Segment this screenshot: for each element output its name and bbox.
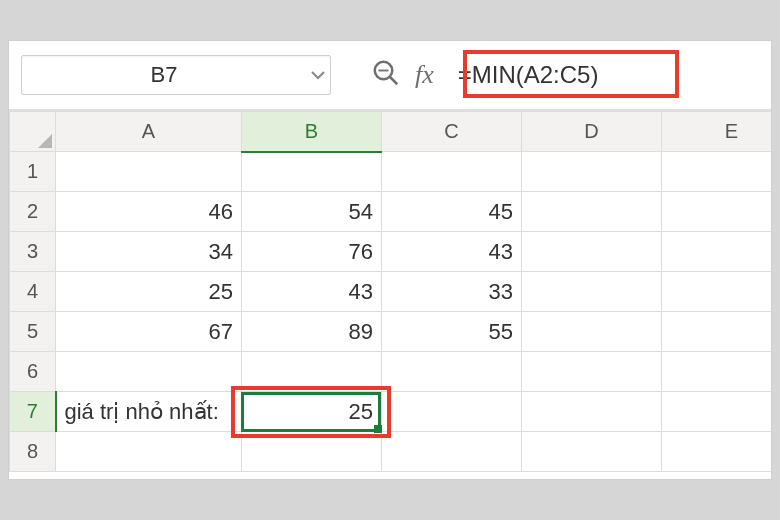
cell-D2[interactable] [522,192,662,232]
cell-C6[interactable] [382,352,522,392]
cell-E5[interactable] [662,312,772,352]
cell-D8[interactable] [522,432,662,472]
cell-A6[interactable] [56,352,242,392]
grid[interactable]: A B C D E 1 2 46 54 [9,111,771,472]
cell-B6[interactable] [242,352,382,392]
cell-E6[interactable] [662,352,772,392]
cell-D3[interactable] [522,232,662,272]
cell-A1[interactable] [56,152,242,192]
row-header-4[interactable]: 4 [10,272,56,312]
cell-B3[interactable]: 76 [242,232,382,272]
cell-D5[interactable] [522,312,662,352]
col-header-D[interactable]: D [522,112,662,152]
cell-E2[interactable] [662,192,772,232]
row-header-6[interactable]: 6 [10,352,56,392]
formula-bar[interactable]: =MIN(A2:C5) [452,55,759,95]
cell-C8[interactable] [382,432,522,472]
cell-B2[interactable]: 54 [242,192,382,232]
row-header-8[interactable]: 8 [10,432,56,472]
col-header-B[interactable]: B [242,112,382,152]
svg-line-1 [390,77,398,85]
row-header-5[interactable]: 5 [10,312,56,352]
cell-C7[interactable] [382,392,522,432]
cell-D7[interactable] [522,392,662,432]
cell-E7[interactable] [662,392,772,432]
cell-E1[interactable] [662,152,772,192]
chevron-down-icon[interactable] [306,60,330,90]
name-box[interactable] [21,55,331,95]
sheet-area[interactable]: A B C D E 1 2 46 54 [9,111,771,479]
cell-C4[interactable]: 33 [382,272,522,312]
cell-E4[interactable] [662,272,772,312]
cell-D4[interactable] [522,272,662,312]
select-all-corner[interactable] [10,112,56,152]
row-header-7[interactable]: 7 [10,392,56,432]
cell-B5[interactable]: 89 [242,312,382,352]
row-header-1[interactable]: 1 [10,152,56,192]
cell-A7[interactable]: giá trị nhỏ nhất: [56,392,242,432]
search-icon[interactable] [371,58,401,92]
fx-icon[interactable]: fx [415,60,434,90]
cell-B7[interactable]: 25 [242,392,382,432]
cell-C1[interactable] [382,152,522,192]
cell-A2[interactable]: 46 [56,192,242,232]
app-frame: fx =MIN(A2:C5) A B C D E [0,0,780,520]
cell-D6[interactable] [522,352,662,392]
cell-A8[interactable] [56,432,242,472]
cell-E8[interactable] [662,432,772,472]
spreadsheet-window: fx =MIN(A2:C5) A B C D E [8,40,772,480]
cell-A3[interactable]: 34 [56,232,242,272]
name-box-input[interactable] [22,62,306,88]
cell-A4[interactable]: 25 [56,272,242,312]
cell-B4[interactable]: 43 [242,272,382,312]
col-header-E[interactable]: E [662,112,772,152]
cell-D1[interactable] [522,152,662,192]
cell-B8[interactable] [242,432,382,472]
row-header-2[interactable]: 2 [10,192,56,232]
formula-bar-text: =MIN(A2:C5) [452,61,599,89]
cell-B1[interactable] [242,152,382,192]
col-header-C[interactable]: C [382,112,522,152]
cell-A5[interactable]: 67 [56,312,242,352]
col-header-A[interactable]: A [56,112,242,152]
cell-C2[interactable]: 45 [382,192,522,232]
row-header-3[interactable]: 3 [10,232,56,272]
cell-C3[interactable]: 43 [382,232,522,272]
cell-C5[interactable]: 55 [382,312,522,352]
cell-E3[interactable] [662,232,772,272]
formula-toolbar: fx =MIN(A2:C5) [9,41,771,111]
